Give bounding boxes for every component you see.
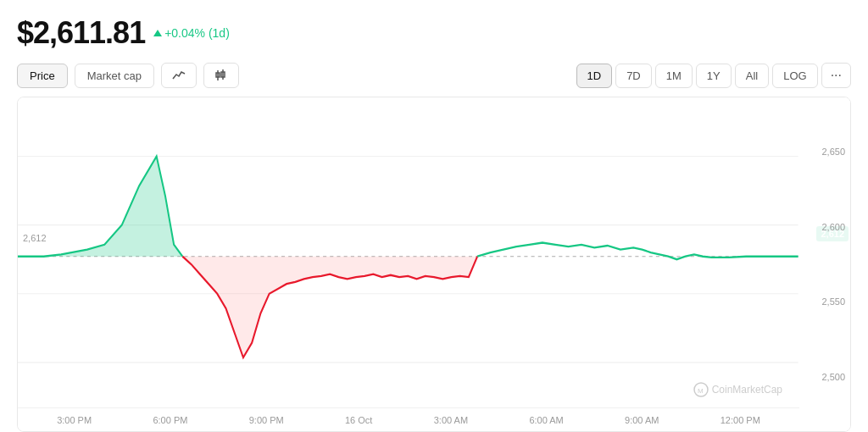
x-label-3am: 3:00 AM <box>434 415 468 425</box>
price-tab[interactable]: Price <box>17 64 68 88</box>
x-label-6am: 6:00 AM <box>529 415 563 425</box>
market-cap-tab[interactable]: Market cap <box>75 64 154 88</box>
coinmarketcap-watermark: M CoinMarketCap <box>693 382 782 397</box>
cmc-label: CoinMarketCap <box>712 384 782 396</box>
time-1d[interactable]: 1D <box>576 64 613 88</box>
y-label-2600: 2,600 <box>804 222 845 232</box>
y-label-2500: 2,500 <box>804 372 845 382</box>
candlestick-icon <box>214 69 228 82</box>
time-1m[interactable]: 1M <box>655 64 693 88</box>
candlestick-button[interactable] <box>203 63 239 88</box>
line-chart-icon <box>172 69 186 82</box>
price-change: +0.04% (1d) <box>153 26 230 40</box>
change-text: +0.04% (1d) <box>164 26 230 40</box>
controls-bar: Price Market cap 1D 7D 1M 1Y All <box>17 63 851 88</box>
open-price-label: 2,612 <box>23 233 47 243</box>
x-label-12pm: 12:00 PM <box>721 415 760 425</box>
svg-text:M: M <box>698 387 704 395</box>
x-label-3pm: 3:00 PM <box>57 415 92 425</box>
y-label-2650: 2,650 <box>804 147 845 157</box>
line-chart-button[interactable] <box>161 63 197 88</box>
x-label-16oct: 16 Oct <box>345 415 372 425</box>
cmc-logo-icon: M <box>693 382 709 397</box>
y-label-2550: 2,550 <box>804 296 845 307</box>
time-all[interactable]: All <box>735 64 769 88</box>
left-controls: Price Market cap <box>17 63 239 88</box>
time-log[interactable]: LOG <box>772 64 817 88</box>
x-label-9am: 9:00 AM <box>625 415 659 425</box>
more-options-button[interactable]: ··· <box>821 63 851 88</box>
time-7d[interactable]: 7D <box>615 64 652 88</box>
x-label-9pm: 9:00 PM <box>249 415 284 425</box>
time-filter-controls: 1D 7D 1M 1Y All LOG ··· <box>576 63 851 88</box>
x-label-6pm: 6:00 PM <box>153 415 187 425</box>
price-section: $2,611.81 +0.04% (1d) <box>17 15 851 51</box>
time-1y[interactable]: 1Y <box>696 64 732 88</box>
x-axis: 3:00 PM 6:00 PM 9:00 PM 16 Oct 3:00 AM 6… <box>18 407 799 431</box>
y-axis: 2,650 2,600 2,550 2,500 <box>799 97 850 431</box>
up-arrow-icon <box>153 30 162 36</box>
price-chart <box>18 97 850 431</box>
price-value: $2,611.81 <box>17 15 145 51</box>
chart-container: 2,612 2,612 2,650 2,600 2,550 2,500 3:00… <box>17 97 851 432</box>
